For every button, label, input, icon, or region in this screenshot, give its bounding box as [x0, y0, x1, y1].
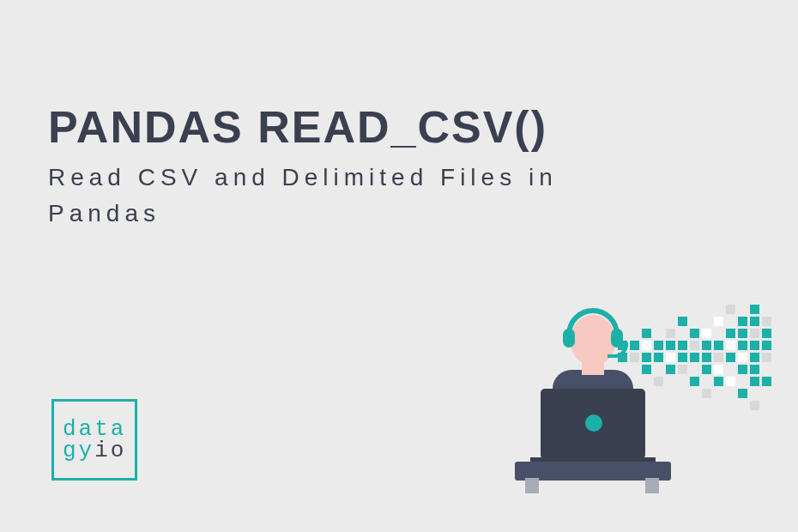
particle-square [762, 341, 771, 350]
particle-square [738, 353, 747, 362]
particle-square [750, 377, 759, 386]
particle-square [750, 365, 759, 374]
particle-square [690, 377, 699, 386]
particle-square [690, 329, 699, 338]
particle-square [714, 377, 723, 386]
particle-square [762, 329, 771, 338]
particle-square [726, 305, 735, 314]
particle-square [678, 341, 687, 350]
particle-square [714, 341, 723, 350]
particle-square [750, 341, 759, 350]
mic-icon [608, 342, 628, 358]
particle-square [714, 317, 723, 326]
particle-square [726, 341, 735, 350]
desk-leg-left [525, 478, 539, 493]
particle-square [738, 365, 747, 374]
particle-square [750, 353, 759, 362]
particle-square [738, 389, 747, 398]
particle-square [690, 353, 699, 362]
particle-square [750, 329, 759, 338]
particle-square [726, 353, 735, 362]
particle-square [714, 365, 723, 374]
particle-square [702, 341, 711, 350]
page-subtitle: Read CSV and Delimited Files in Pandas [48, 160, 632, 232]
particle-square [738, 317, 747, 326]
particle-square [702, 365, 711, 374]
page-title: PANDAS READ_CSV() [48, 101, 547, 153]
datagy-logo: data gyio [51, 399, 137, 481]
particle-square [702, 329, 711, 338]
particle-square [726, 377, 735, 386]
particle-square [762, 377, 771, 386]
particle-square [762, 353, 771, 362]
particle-square [702, 389, 711, 398]
logo-io: io [94, 438, 126, 463]
particle-square [702, 353, 711, 362]
particle-square [738, 341, 747, 350]
particle-square [678, 353, 687, 362]
particle-square [690, 341, 699, 350]
particle-square [714, 353, 723, 362]
laptop-logo-icon [585, 414, 602, 432]
particle-square [726, 329, 735, 338]
particle-square [750, 317, 759, 326]
person-at-laptop-illustration [472, 287, 764, 498]
particle-square [762, 317, 771, 326]
particle-square [678, 365, 687, 374]
headphone-left-icon [563, 329, 575, 348]
desk-leg-right [645, 478, 659, 493]
particle-square [750, 401, 759, 410]
particle-square [750, 305, 759, 314]
logo-line-2: gyio [63, 440, 135, 462]
particle-square [678, 317, 687, 326]
person-icon [515, 305, 669, 493]
particle-square [738, 329, 747, 338]
logo-gy: gy [63, 438, 94, 463]
